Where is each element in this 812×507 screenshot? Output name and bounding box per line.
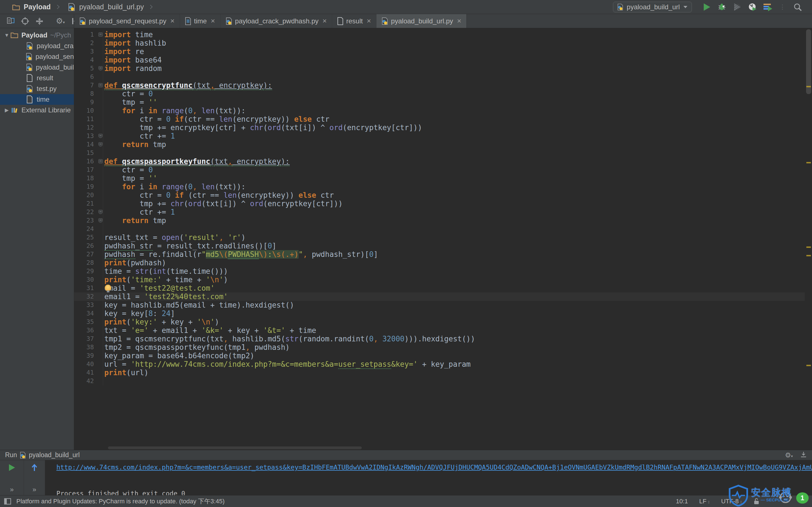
tree-item-Payload[interactable]: ▼Payload~/Pych [0,30,74,41]
code-line-20[interactable]: 20 ctr = 0 if (ctr == len(encryptkey)) e… [74,191,805,200]
code-line-37[interactable]: 37tmp1 = qscmsencryptfunc(txt, hashlib.m… [74,335,805,343]
code-line-24[interactable]: 24 [74,225,805,233]
toolbar-overflow-icon[interactable]: » [0,486,24,494]
code-line-10[interactable]: 10 for i in range(0, len(txt)): [74,107,805,115]
warning-mark[interactable] [806,162,811,163]
close-icon[interactable]: × [457,17,461,25]
code-line-32[interactable]: 32email1 = 'test22%40test.com' [74,292,805,301]
warning-mark[interactable] [806,255,811,256]
tree-item-payload_cra[interactable]: payload_cra [0,41,74,51]
code-line-25[interactable]: 25result_txt = open('result', 'r') [74,233,805,242]
run-header[interactable]: Run pyaload_build_url ⚙▾ [0,450,812,460]
breadcrumb-project[interactable]: Payload [8,2,51,12]
console-url-link[interactable]: http://www.74cms.com/index.php?m=&c=memb… [56,463,812,472]
code-line-41[interactable]: 41print(url) [74,369,805,377]
code-editor[interactable]: 1−import time2import hashlib3import re4i… [74,28,812,450]
code-line-34[interactable]: 34key = key[8: 24] [74,309,805,318]
tree-item-time[interactable]: time [0,94,74,105]
profiler-button[interactable] [748,2,757,12]
concurrency-diagram-button[interactable] [763,2,772,12]
fold-end-icon[interactable]: − [98,66,103,70]
code-line-5[interactable]: 5−import random [74,64,805,73]
close-icon[interactable]: × [322,17,327,25]
code-line-29[interactable]: 29time = str(int(time.time())) [74,267,805,276]
code-line-23[interactable]: 23− return tmp [74,216,805,225]
code-line-3[interactable]: 3import re [74,47,805,56]
error-stripe[interactable] [805,28,812,450]
minimize-panel-icon[interactable] [800,451,807,459]
code-line-28[interactable]: 28print(pwdhash) [74,259,805,267]
lock-icon[interactable] [753,498,760,505]
tab-result[interactable]: result× [332,14,376,28]
tree-item-test.py[interactable]: test.py [0,83,74,94]
close-icon[interactable]: × [211,17,215,25]
tab-time[interactable]: time× [180,14,220,28]
fold-end-icon[interactable]: − [98,210,103,214]
run-console[interactable]: http://www.74cms.com/index.php?m=&c=memb… [45,460,812,495]
code-line-12[interactable]: 12 tmp += encryptkey[ctr] + chr(ord(txt[… [74,123,805,132]
code-line-16[interactable]: 16−def qscmspassportkeyfunc(txt, encrypt… [74,157,805,166]
code-line-26[interactable]: 26pwdhash_str = result_txt.readlines()[0… [74,242,805,250]
code-line-15[interactable]: 15 [74,149,805,157]
tree-item-payload_sen[interactable]: payload_sen [0,51,74,62]
code-line-2[interactable]: 2import hashlib [74,39,805,47]
code-line-35[interactable]: 35print('key:' + key + '\n') [74,318,805,326]
code-line-8[interactable]: 8 ctr = 0 [74,90,805,98]
tab-payload_send_request.py[interactable]: payload_send_request.py× [74,14,180,28]
code-lines[interactable]: 1−import time2import hashlib3import re4i… [74,28,805,446]
intention-bulb-icon[interactable] [105,284,111,291]
close-icon[interactable]: × [367,17,371,25]
fold-end-icon[interactable]: − [98,134,103,138]
tree-item-result[interactable]: result [0,73,74,83]
horizontal-scrollbar[interactable] [108,446,362,449]
code-line-42[interactable]: 42 [74,377,805,385]
tool-window-toggle-icon[interactable] [4,498,11,505]
breadcrumb-file[interactable]: pyaload_build_url.py [64,2,144,12]
toolbar-overflow-icon[interactable]: » [24,486,45,494]
vertical-scrollbar[interactable] [806,29,811,94]
tree-item-External Librarie[interactable]: ▶External Librarie [0,105,74,115]
tab-payload_crack_pwdhash.py[interactable]: payload_crack_pwdhash.py× [220,14,332,28]
code-line-6[interactable]: 6 [74,73,805,81]
search-everywhere-button[interactable] [793,2,802,12]
run-button[interactable] [702,2,712,12]
close-icon[interactable]: × [170,17,174,25]
code-line-33[interactable]: 33key = hashlib.md5(email + time).hexdig… [74,301,805,309]
collapse-all-icon[interactable] [36,17,43,25]
warning-mark[interactable] [806,365,811,366]
debug-button[interactable] [717,2,727,12]
line-ending-select[interactable]: LF↕ [699,498,710,505]
code-line-27[interactable]: 27pwdhash = re.findall(r"md5\(PWDHASH\):… [74,250,805,259]
code-line-21[interactable]: 21 tmp += chr(ord(txt[i]) ^ ord(encryptk… [74,200,805,208]
run-with-coverage-button[interactable] [732,2,742,12]
tree-item-pyaload_buil[interactable]: pyaload_buil [0,62,74,73]
disclosure-arrow-icon[interactable]: ▼ [4,33,10,38]
code-line-9[interactable]: 9 tmp = '' [74,98,805,107]
code-line-7[interactable]: 7−def qscmsencryptfunc(txt, encryptkey): [74,81,805,90]
code-line-38[interactable]: 38tmp2 = qscmspassportkeyfunc(tmp1, pwdh… [74,343,805,351]
code-line-31[interactable]: 31email = 'test22@test.com' [74,284,805,292]
warning-mark[interactable] [806,86,811,87]
code-line-40[interactable]: 40url = 'http://www.74cms.com/index.php?… [74,360,805,369]
run-settings-gear-icon[interactable]: ⚙▾ [785,451,793,459]
code-line-14[interactable]: 14− return tmp [74,140,805,149]
code-line-19[interactable]: 19 for i in range(0, len(txt)): [74,182,805,191]
fold-end-icon[interactable]: − [98,142,103,147]
run-configuration-select[interactable]: pyaload_build_url [613,2,692,12]
disclosure-arrow-icon[interactable]: ▶ [4,107,10,113]
code-line-30[interactable]: 30print('time:' + time + '\n') [74,276,805,284]
warning-mark[interactable] [806,246,811,248]
fold-collapse-icon[interactable]: − [98,33,103,37]
fold-collapse-icon[interactable]: − [98,159,103,163]
code-line-39[interactable]: 39key_param = base64.b64encode(tmp2) [74,351,805,360]
code-line-17[interactable]: 17 ctr = 0 [74,166,805,174]
up-stack-trace-button[interactable] [24,464,45,471]
rerun-button[interactable] [0,464,24,471]
code-line-22[interactable]: 22− ctr += 1 [74,208,805,216]
code-line-1[interactable]: 1−import time [74,31,805,39]
code-line-13[interactable]: 13− ctr += 1 [74,132,805,140]
code-line-18[interactable]: 18 tmp = '' [74,174,805,182]
code-line-11[interactable]: 11 ctr = 0 if(ctr == len(encryptkey)) el… [74,115,805,123]
status-message[interactable]: Platform and Plugin Updates: PyCharm is … [16,497,225,506]
scroll-to-source-icon[interactable] [21,17,29,25]
